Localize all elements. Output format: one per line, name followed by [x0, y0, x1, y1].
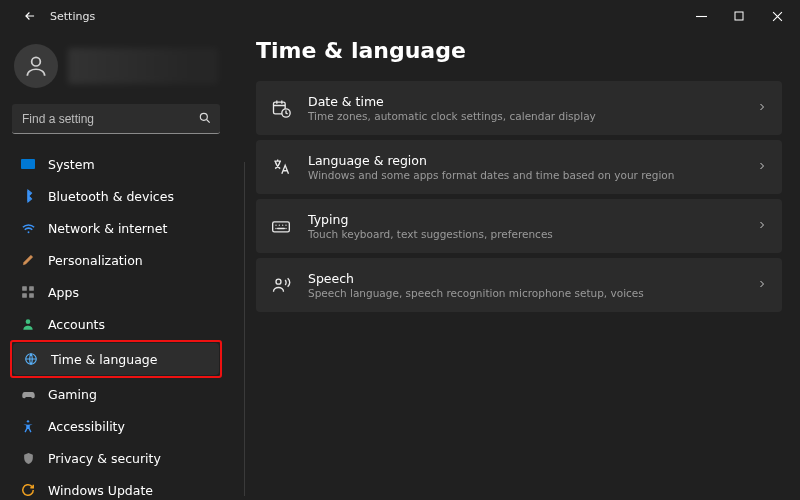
tutorial-highlight: Time & language [10, 340, 222, 378]
globe-clock-icon [23, 351, 39, 367]
card-title: Typing [308, 212, 740, 227]
shield-icon [20, 450, 36, 466]
sidebar-item-gaming[interactable]: Gaming [10, 378, 222, 410]
chevron-right-icon [756, 160, 768, 175]
chevron-right-icon [756, 101, 768, 116]
svg-point-2 [200, 113, 207, 120]
sidebar: System Bluetooth & devices Network & int… [0, 32, 232, 500]
sidebar-item-label: Windows Update [48, 483, 153, 498]
sidebar-item-label: Gaming [48, 387, 97, 402]
language-icon [270, 156, 292, 178]
keyboard-icon [270, 215, 292, 237]
sidebar-item-network[interactable]: Network & internet [10, 212, 222, 244]
page-title: Time & language [256, 38, 782, 63]
card-language-region[interactable]: Language & region Windows and some apps … [256, 140, 782, 194]
sidebar-item-label: Accessibility [48, 419, 125, 434]
avatar [14, 44, 58, 88]
maximize-button[interactable] [720, 2, 758, 30]
sidebar-item-label: Bluetooth & devices [48, 189, 174, 204]
card-title: Speech [308, 271, 740, 286]
settings-cards: Date & time Time zones, automatic clock … [256, 81, 782, 312]
gamepad-icon [20, 386, 36, 402]
sidebar-item-apps[interactable]: Apps [10, 276, 222, 308]
svg-point-1 [32, 57, 41, 66]
back-button[interactable] [16, 2, 44, 30]
bluetooth-icon [20, 188, 36, 204]
svg-point-15 [276, 279, 281, 284]
sidebar-item-accessibility[interactable]: Accessibility [10, 410, 222, 442]
sidebar-item-personalization[interactable]: Personalization [10, 244, 222, 276]
svg-rect-0 [735, 12, 743, 20]
svg-rect-7 [22, 293, 27, 298]
main-content: Time & language Date & time Time zones, … [232, 32, 800, 500]
sidebar-item-system[interactable]: System [10, 148, 222, 180]
svg-point-9 [26, 319, 31, 324]
window-title: Settings [50, 10, 95, 23]
search-input[interactable] [12, 104, 220, 134]
minimize-button[interactable] [682, 2, 720, 30]
user-account-tile[interactable] [10, 40, 222, 102]
sidebar-item-privacy[interactable]: Privacy & security [10, 442, 222, 474]
wifi-icon [20, 220, 36, 236]
sidebar-item-label: Accounts [48, 317, 105, 332]
card-title: Date & time [308, 94, 740, 109]
search-container [12, 104, 220, 134]
sidebar-item-bluetooth[interactable]: Bluetooth & devices [10, 180, 222, 212]
card-date-time[interactable]: Date & time Time zones, automatic clock … [256, 81, 782, 135]
card-subtitle: Time zones, automatic clock settings, ca… [308, 110, 740, 122]
card-subtitle: Touch keyboard, text suggestions, prefer… [308, 228, 740, 240]
chevron-right-icon [756, 278, 768, 293]
user-info-redacted [68, 48, 218, 84]
title-bar: Settings [0, 0, 800, 32]
sidebar-item-label: Personalization [48, 253, 143, 268]
person-icon [20, 316, 36, 332]
svg-rect-14 [273, 222, 290, 232]
card-title: Language & region [308, 153, 740, 168]
chevron-right-icon [756, 219, 768, 234]
card-subtitle: Speech language, speech recognition micr… [308, 287, 740, 299]
svg-point-11 [27, 420, 29, 422]
sidebar-item-label: System [48, 157, 95, 172]
close-button[interactable] [758, 2, 796, 30]
sidebar-item-label: Privacy & security [48, 451, 161, 466]
svg-point-4 [27, 231, 29, 233]
apps-icon [20, 284, 36, 300]
sidebar-item-label: Time & language [51, 352, 157, 367]
svg-rect-5 [22, 286, 27, 291]
display-icon [20, 156, 36, 172]
svg-rect-8 [29, 293, 34, 298]
update-icon [20, 482, 36, 498]
card-subtitle: Windows and some apps format dates and t… [308, 169, 740, 181]
search-icon [198, 111, 212, 128]
card-typing[interactable]: Typing Touch keyboard, text suggestions,… [256, 199, 782, 253]
paintbrush-icon [20, 252, 36, 268]
nav-list: System Bluetooth & devices Network & int… [10, 148, 222, 500]
sidebar-item-windows-update[interactable]: Windows Update [10, 474, 222, 500]
sidebar-item-time-language[interactable]: Time & language [13, 343, 219, 375]
card-speech[interactable]: Speech Speech language, speech recogniti… [256, 258, 782, 312]
sidebar-item-accounts[interactable]: Accounts [10, 308, 222, 340]
sidebar-item-label: Apps [48, 285, 79, 300]
speech-icon [270, 274, 292, 296]
sidebar-item-label: Network & internet [48, 221, 167, 236]
svg-rect-6 [29, 286, 34, 291]
calendar-clock-icon [270, 97, 292, 119]
accessibility-icon [20, 418, 36, 434]
